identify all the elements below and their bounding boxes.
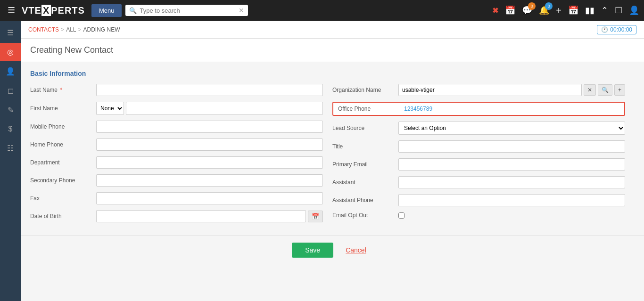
assistant-phone-label: Assistant Phone <box>332 197 398 203</box>
last-name-label: Last Name * <box>30 87 96 93</box>
chat-badge: 0 <box>528 2 536 10</box>
form-footer: Save Cancel <box>21 236 644 264</box>
department-row: Department <box>30 156 323 169</box>
name-prefix-select[interactable]: None Mr. Ms. Mrs. Dr. <box>96 102 124 115</box>
check-icon[interactable]: ☐ <box>615 5 622 16</box>
org-name-input-wrap: ✕ 🔍 + <box>398 84 625 96</box>
menu-button[interactable]: Menu <box>91 4 122 17</box>
first-name-label: First Name <box>30 105 96 112</box>
fax-input[interactable] <box>96 192 323 204</box>
title-label: Title <box>332 143 398 150</box>
dob-input-wrap: 📅 <box>96 210 323 222</box>
calendar-picker-button[interactable]: 📅 <box>308 211 323 222</box>
secondary-phone-label: Secondary Phone <box>30 177 96 184</box>
mobile-phone-label: Mobile Phone <box>30 123 96 130</box>
last-name-input-wrap <box>96 84 323 96</box>
sidebar-item-reports[interactable]: ☷ <box>0 139 21 157</box>
fax-row: Fax <box>30 192 323 204</box>
form-grid: Last Name * First Name None <box>30 84 635 228</box>
breadcrumb-root[interactable]: CONTACTS <box>28 26 59 33</box>
assistant-phone-input[interactable] <box>398 194 625 206</box>
first-name-input[interactable] <box>126 102 323 115</box>
assistant-input[interactable] <box>398 176 625 188</box>
hamburger-icon[interactable]: ☰ <box>5 5 18 16</box>
home-phone-input-wrap <box>96 138 323 151</box>
mobile-phone-input-wrap <box>96 121 323 133</box>
assistant-row: Assistant <box>332 176 625 188</box>
primary-email-input[interactable] <box>398 158 625 171</box>
cancel-button[interactable]: Cancel <box>339 243 373 258</box>
sidebar: ☰ ◎ 👤 ◻ ✎ $ ☷ <box>0 21 21 301</box>
bell-icon[interactable]: 🔔 0 <box>539 5 549 16</box>
office-phone-highlight-row: Office Phone <box>332 102 625 116</box>
breadcrumb: CONTACTS > All > Adding new <box>28 26 120 33</box>
search-input[interactable] <box>140 7 236 14</box>
org-name-label: Organization Name <box>332 87 398 93</box>
department-label: Department <box>30 159 96 166</box>
home-phone-label: Home Phone <box>30 141 96 148</box>
org-search-button[interactable]: 🔍 <box>598 84 612 96</box>
dob-row: Date of Birth 📅 <box>30 210 323 222</box>
dob-input[interactable] <box>96 210 306 222</box>
last-name-input[interactable] <box>96 84 323 96</box>
sidebar-item-packages[interactable]: ◻ <box>0 81 21 100</box>
secondary-phone-input[interactable] <box>96 174 323 187</box>
calendar-icon[interactable]: 📅 <box>505 5 515 16</box>
sidebar-item-home[interactable]: ☰ <box>0 24 21 42</box>
office-phone-input[interactable] <box>404 106 619 112</box>
form-container: Basic Information Last Name * <box>21 62 644 236</box>
sidebar-item-money[interactable]: $ <box>0 120 21 138</box>
search-icon: 🔍 <box>129 7 137 14</box>
title-input[interactable] <box>398 140 625 153</box>
email-opt-out-checkbox[interactable] <box>398 212 405 219</box>
department-input[interactable] <box>96 156 323 169</box>
assistant-phone-input-wrap <box>398 194 625 206</box>
lead-source-row: Lead Source Select an Option Cold Call E… <box>332 122 625 135</box>
profile-icon[interactable]: 👤 <box>629 5 639 16</box>
home-phone-input[interactable] <box>96 138 323 151</box>
required-marker: * <box>60 87 62 93</box>
save-button[interactable]: Save <box>292 243 333 258</box>
sidebar-item-users[interactable]: 👤 <box>0 62 21 81</box>
dob-label: Date of Birth <box>30 213 96 220</box>
breadcrumb-bar: CONTACTS > All > Adding new 🕐 00:00:00 <box>21 21 644 39</box>
bell-badge: 0 <box>545 2 553 10</box>
org-add-button[interactable]: + <box>614 84 625 96</box>
sidebar-item-leads[interactable]: ✎ <box>0 101 21 119</box>
lead-source-label: Lead Source <box>332 125 398 131</box>
chat-icon[interactable]: 💬 0 <box>522 5 532 16</box>
page-title: Creating New Contact <box>30 45 635 55</box>
office-phone-label: Office Phone <box>338 106 404 112</box>
search-clear-icon[interactable]: ✕ <box>239 7 244 14</box>
tasks-icon[interactable]: 📅 <box>568 5 578 16</box>
email-opt-out-row: Email Opt Out <box>332 212 625 219</box>
bar-chart-icon[interactable]: ▮▮ <box>585 5 594 16</box>
department-input-wrap <box>96 156 323 169</box>
org-clear-button[interactable]: ✕ <box>584 84 596 96</box>
search-box: 🔍 ✕ <box>125 5 248 16</box>
primary-email-row: Primary Email <box>332 158 625 171</box>
top-nav: ☰ VTEXPERTS Menu 🔍 ✕ ✖ 📅 💬 0 🔔 0 + 📅 ▮▮ … <box>0 0 644 21</box>
org-name-input[interactable] <box>398 84 582 96</box>
mobile-phone-input[interactable] <box>96 121 323 133</box>
title-row: Title <box>332 140 625 153</box>
assistant-label: Assistant <box>332 179 398 186</box>
vtiger-icon[interactable]: ✖ <box>492 6 498 15</box>
line-chart-icon[interactable]: ⌃ <box>601 5 608 16</box>
last-name-row: Last Name * <box>30 84 323 96</box>
primary-email-label: Primary Email <box>332 161 398 168</box>
breadcrumb-all[interactable]: All <box>66 26 76 33</box>
lead-source-select[interactable]: Select an Option Cold Call Existing Cust… <box>398 122 625 135</box>
assistant-phone-row: Assistant Phone <box>332 194 625 206</box>
form-left-col: Last Name * First Name None <box>30 84 332 228</box>
timer-value: 00:00:00 <box>610 26 632 33</box>
fax-label: Fax <box>30 195 96 202</box>
email-opt-out-label: Email Opt Out <box>332 212 398 219</box>
form-right-col: Organization Name ✕ 🔍 + Office Phone <box>332 84 635 228</box>
plus-icon[interactable]: + <box>556 5 561 16</box>
secondary-phone-row: Secondary Phone <box>30 174 323 187</box>
primary-email-input-wrap <box>398 158 625 171</box>
main-content: CONTACTS > All > Adding new 🕐 00:00:00 C… <box>21 21 644 301</box>
sidebar-item-contacts[interactable]: ◎ <box>0 43 21 61</box>
assistant-input-wrap <box>398 176 625 188</box>
